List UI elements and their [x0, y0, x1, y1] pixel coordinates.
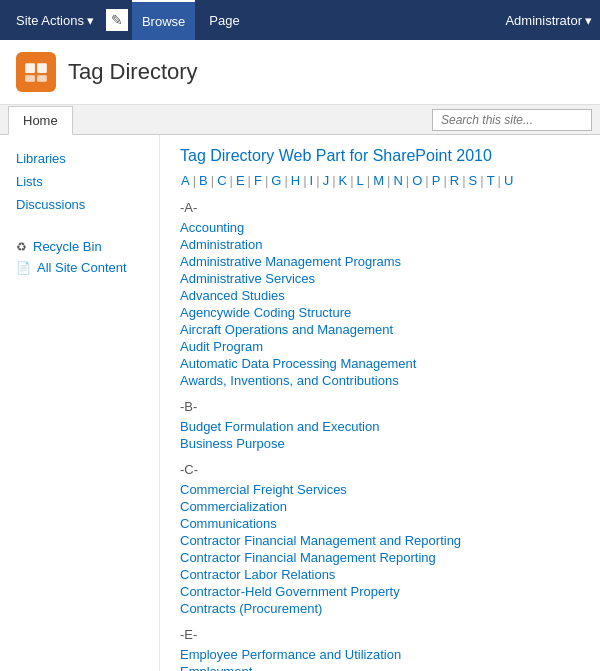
tag-link[interactable]: Communications — [180, 515, 580, 532]
tag-link[interactable]: Administrative Services — [180, 270, 580, 287]
alpha-separator: | — [211, 173, 214, 188]
alpha-link-f[interactable]: F — [253, 173, 263, 188]
alpha-separator: | — [332, 173, 335, 188]
alpha-link-p[interactable]: P — [431, 173, 442, 188]
admin-label: Administrator — [505, 13, 582, 28]
tag-link[interactable]: Advanced Studies — [180, 287, 580, 304]
svg-rect-0 — [25, 63, 35, 73]
alpha-link-u[interactable]: U — [503, 173, 514, 188]
site-actions-button[interactable]: Site Actions ▾ — [8, 9, 102, 32]
sidebar-item-libraries[interactable]: Libraries — [0, 147, 159, 170]
sidebar-item-all-site-content[interactable]: 📄 All Site Content — [0, 257, 159, 278]
tag-link[interactable]: Contractor-Held Government Property — [180, 583, 580, 600]
page-title: Tag Directory — [68, 59, 198, 85]
alpha-link-c[interactable]: C — [216, 173, 227, 188]
tag-link[interactable]: Contractor Financial Management and Repo… — [180, 532, 580, 549]
alpha-link-n[interactable]: N — [392, 173, 403, 188]
edit-icon: ✎ — [111, 12, 123, 28]
tag-link[interactable]: Administrative Management Programs — [180, 253, 580, 270]
tab-bar: Home — [0, 105, 600, 135]
alpha-link-e[interactable]: E — [235, 173, 246, 188]
section-header: -E- — [180, 627, 580, 642]
tag-link[interactable]: Contracts (Procurement) — [180, 600, 580, 617]
alpha-link-j[interactable]: J — [322, 173, 331, 188]
tag-link[interactable]: Business Purpose — [180, 435, 580, 452]
all-content-icon: 📄 — [16, 261, 31, 275]
alpha-link-m[interactable]: M — [372, 173, 385, 188]
alpha-link-g[interactable]: G — [270, 173, 282, 188]
alpha-link-t[interactable]: T — [486, 173, 496, 188]
all-site-content-label: All Site Content — [37, 260, 127, 275]
sidebar-item-recycle-bin[interactable]: ♻ Recycle Bin — [0, 236, 159, 257]
section-header: -A- — [180, 200, 580, 215]
section-header: -B- — [180, 399, 580, 414]
alpha-separator: | — [316, 173, 319, 188]
alpha-link-i[interactable]: I — [309, 173, 315, 188]
site-actions-dropdown-icon: ▾ — [87, 13, 94, 28]
alphabet-navigation: A|B|C|E|F|G|H|I|J|K|L|M|N|O|P|R|S|T|U — [180, 173, 580, 188]
admin-dropdown-icon: ▾ — [585, 13, 592, 28]
svg-rect-2 — [25, 75, 35, 82]
recycle-bin-icon: ♻ — [16, 240, 27, 254]
alpha-link-k[interactable]: K — [338, 173, 349, 188]
alpha-separator: | — [230, 173, 233, 188]
tag-link[interactable]: Commercial Freight Services — [180, 481, 580, 498]
alpha-link-r[interactable]: R — [449, 173, 460, 188]
alpha-separator: | — [367, 173, 370, 188]
tag-link[interactable]: Aircraft Operations and Management — [180, 321, 580, 338]
tag-sections: -A-AccountingAdministrationAdministrativ… — [180, 200, 580, 671]
alpha-separator: | — [350, 173, 353, 188]
recycle-bin-label: Recycle Bin — [33, 239, 102, 254]
administrator-button[interactable]: Administrator ▾ — [505, 13, 592, 28]
alpha-link-a[interactable]: A — [180, 173, 191, 188]
tag-link[interactable]: Awards, Inventions, and Contributions — [180, 372, 580, 389]
tag-link[interactable]: Automatic Data Processing Management — [180, 355, 580, 372]
alpha-link-h[interactable]: H — [290, 173, 301, 188]
svg-rect-1 — [37, 63, 47, 73]
alpha-separator: | — [498, 173, 501, 188]
alpha-link-l[interactable]: L — [356, 173, 365, 188]
main-layout: Libraries Lists Discussions ♻ Recycle Bi… — [0, 135, 600, 671]
alpha-separator: | — [303, 173, 306, 188]
page-header: Tag Directory — [0, 40, 600, 105]
alpha-separator: | — [265, 173, 268, 188]
search-area — [432, 109, 592, 131]
svg-rect-3 — [37, 75, 47, 82]
alpha-separator: | — [284, 173, 287, 188]
edit-page-icon-button[interactable]: ✎ — [106, 9, 128, 31]
sidebar-item-discussions[interactable]: Discussions — [0, 193, 159, 216]
alpha-separator: | — [480, 173, 483, 188]
tag-link[interactable]: Employee Performance and Utilization — [180, 646, 580, 663]
alpha-separator: | — [425, 173, 428, 188]
alpha-separator: | — [443, 173, 446, 188]
tag-link[interactable]: Agencywide Coding Structure — [180, 304, 580, 321]
site-actions-label: Site Actions — [16, 13, 84, 28]
tag-link[interactable]: Contractor Financial Management Reportin… — [180, 549, 580, 566]
search-input[interactable] — [432, 109, 592, 131]
tag-link[interactable]: Administration — [180, 236, 580, 253]
browse-tab-button[interactable]: Browse — [132, 0, 195, 40]
home-tab[interactable]: Home — [8, 106, 73, 135]
admin-area: Administrator ▾ — [505, 13, 592, 28]
tag-link[interactable]: Commercialization — [180, 498, 580, 515]
tag-link[interactable]: Audit Program — [180, 338, 580, 355]
sidebar-divider-2 — [0, 226, 159, 236]
tag-link[interactable]: Employment — [180, 663, 580, 671]
section-header: -C- — [180, 462, 580, 477]
page-tab-button[interactable]: Page — [199, 0, 249, 40]
alpha-separator: | — [193, 173, 196, 188]
tag-link[interactable]: Accounting — [180, 219, 580, 236]
alpha-link-s[interactable]: S — [468, 173, 479, 188]
tag-link[interactable]: Contractor Labor Relations — [180, 566, 580, 583]
alpha-separator: | — [248, 173, 251, 188]
alpha-link-o[interactable]: O — [411, 173, 423, 188]
alpha-separator: | — [406, 173, 409, 188]
top-navigation-bar: Site Actions ▾ ✎ Browse Page Administrat… — [0, 0, 600, 40]
sidebar: Libraries Lists Discussions ♻ Recycle Bi… — [0, 135, 160, 671]
tag-link[interactable]: Budget Formulation and Execution — [180, 418, 580, 435]
alpha-separator: | — [387, 173, 390, 188]
sidebar-item-lists[interactable]: Lists — [0, 170, 159, 193]
content-area: Tag Directory Web Part for SharePoint 20… — [160, 135, 600, 671]
alpha-link-b[interactable]: B — [198, 173, 209, 188]
sidebar-divider — [0, 216, 159, 226]
